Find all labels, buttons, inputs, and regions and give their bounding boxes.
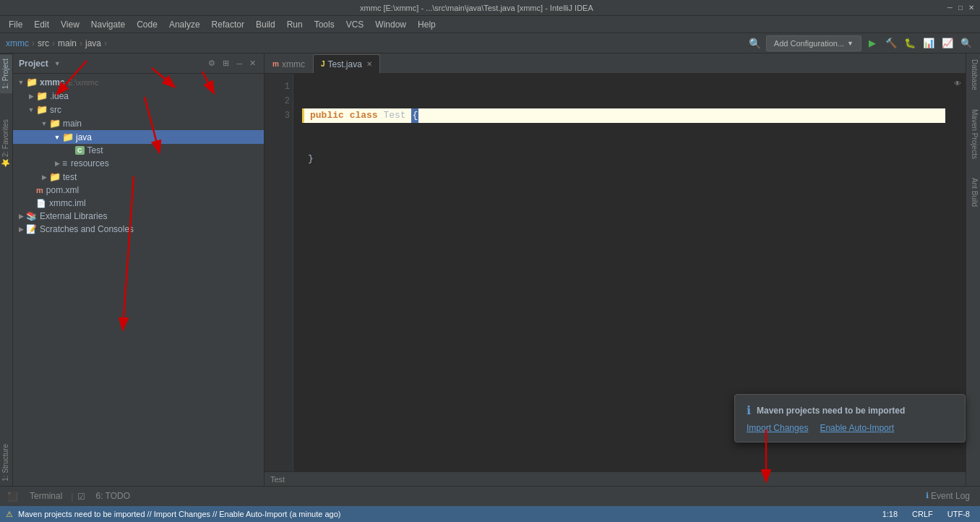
tab-terminal[interactable]: Terminal [22,487,69,507]
terminal-icon: ⬛ [3,492,22,502]
minimize-button[interactable]: ─ [947,4,953,12]
menu-bar: File Edit View Navigate Code Analyze Ref… [0,16,980,33]
database-tab[interactable]: Database [966,54,980,96]
menu-edit[interactable]: Edit [28,16,55,33]
status-text: Maven projects need to be imported // Im… [18,510,340,518]
project-panel: Project ▼ ⚙ ⊞ ─ ✕ ▼ 📁 xmmc E:\xmmc ▶ 📁 [13,54,265,486]
menu-vcs[interactable]: VCS [340,16,370,33]
event-log-label: Event Log [931,491,970,501]
encoding: UTF-8 [943,510,974,518]
tab-test-java[interactable]: J Test.java ✕ [313,54,380,73]
editor-tabs: m xmmc J Test.java ✕ [265,54,966,74]
maven-icon: m [36,186,43,194]
menu-build[interactable]: Build [250,16,281,33]
search-button[interactable]: 🔍 [958,35,974,51]
add-configuration-button[interactable]: Add Configuration... ▼ [766,35,861,51]
coverage-button[interactable]: 📊 [921,35,937,51]
main-content: 1: Project ⭐ 2: Favorites 1: Structure P… [0,54,980,486]
menu-file[interactable]: File [3,16,28,33]
menu-tools[interactable]: Tools [309,16,340,33]
popup-header: ℹ Maven projects need to be imported [747,403,953,417]
favorites-tab[interactable]: ⭐ 2: Favorites [0,115,12,172]
class-icon: C [75,146,85,155]
project-tab[interactable]: 1: Project [0,54,12,93]
close-button[interactable]: ✕ [968,4,974,12]
tree-item-java[interactable]: ▼ 📁 java [13,130,264,144]
project-close-icon[interactable]: ✕ [249,59,256,68]
folder-icon: 📁 [36,104,48,115]
eye-icon[interactable]: 👁 [954,80,966,87]
tab-xmmc[interactable]: m xmmc [265,54,313,73]
code-line-1: public class Test { [302,108,945,123]
bottom-tabs: ⬛ Terminal | ☑ 6: TODO ℹ Event Log [0,486,980,506]
folder-icon: 📁 [49,171,61,182]
menu-navigate[interactable]: Navigate [85,16,131,33]
menu-run[interactable]: Run [281,16,309,33]
tab-test-java-label: Test.java [327,59,361,69]
module-tab-icon: m [272,60,279,68]
popup-title: Maven projects need to be imported [757,406,905,416]
tree-item-idea[interactable]: ▶ 📁 .idea [13,89,264,103]
tree-item-main[interactable]: ▼ 📁 main [13,116,264,130]
todo-icon: ☑ [74,492,88,502]
tab-todo[interactable]: 6: TODO [88,487,137,507]
enable-auto-import-link[interactable]: Enable Auto-Import [820,423,894,433]
menu-analyze[interactable]: Analyze [163,16,206,33]
scratches-icon: 📝 [26,224,37,234]
project-expand-icon[interactable]: ⊞ [223,59,229,68]
menu-refactor[interactable]: Refactor [206,16,250,33]
folder-icon: 📁 [26,77,38,87]
right-sidebar: Database Maven Projects Ant Build [966,54,980,486]
tree-item-resources[interactable]: ▶ ≡ resources [13,157,264,170]
project-cog-icon[interactable]: ⚙ [208,59,215,68]
editor-footer: Test [265,471,966,486]
profile-button[interactable]: 📈 [940,35,955,51]
menu-window[interactable]: Window [369,16,412,33]
menu-code[interactable]: Code [131,16,163,33]
breadcrumb-java[interactable]: java [85,38,101,48]
code-line-3 [302,195,945,210]
maximize-button[interactable]: □ [958,4,963,12]
project-collapse-icon[interactable]: ─ [236,59,242,68]
status-right: 1:18 CRLF UTF-8 [878,510,974,518]
cursor-position: 1:18 [878,510,902,518]
resources-icon: ≡ [62,158,67,168]
editor-filename: Test [270,475,285,484]
popup-links: Import Changes Enable Auto-Import [747,423,953,433]
status-message: ⚠ Maven projects need to be imported // … [6,510,872,519]
window-controls: ─ □ ✕ [947,4,974,12]
code-line-2: } [302,152,945,166]
tree-item-test-dir[interactable]: ▶ 📁 test [13,170,264,184]
tree-item-xmmc[interactable]: ▼ 📁 xmmc E:\xmmc [13,75,264,89]
tree-item-xmmc-iml[interactable]: 📄 xmmc.iml [13,197,264,210]
tree-item-external-libs[interactable]: ▶ 📚 External Libraries [13,210,264,223]
tree-item-pom[interactable]: m pom.xml [13,184,264,197]
project-panel-title: Project [19,59,48,69]
title-bar: xmmc [E:\xmmc] - ...\src\main\java\Test.… [0,0,980,16]
debug-button[interactable]: 🐛 [902,35,918,51]
import-changes-link[interactable]: Import Changes [747,423,808,433]
tab-xmmc-label: xmmc [282,59,305,69]
event-log-tab[interactable]: ℹ Event Log [919,487,977,507]
breadcrumb-main[interactable]: main [58,38,77,48]
build-button[interactable]: 🔨 [883,35,899,51]
left-sidebar-tabs: 1: Project ⭐ 2: Favorites 1: Structure [0,54,13,486]
info-icon: ℹ [747,403,751,417]
tree-item-src[interactable]: ▼ 📁 src [13,103,264,116]
breadcrumb-xmmc[interactable]: xmmc [6,38,29,48]
structure-tab[interactable]: 1: Structure [0,440,12,486]
tab-close-button[interactable]: ✕ [366,60,372,68]
menu-view[interactable]: View [55,16,85,33]
project-dropdown-arrow[interactable]: ▼ [54,60,61,67]
java-folder-icon: 📁 [62,132,74,142]
toolbar-right: 🔍 Add Configuration... ▼ ▶ 🔨 🐛 📊 📈 🔍 [747,35,974,51]
maven-projects-tab[interactable]: Maven Projects [966,103,980,165]
tree-item-scratches[interactable]: ▶ 📝 Scratches and Consoles [13,223,264,236]
run-button[interactable]: ▶ [864,35,880,51]
search-everywhere-icon[interactable]: 🔍 [747,35,763,51]
tree-item-test-class[interactable]: C Test [13,144,264,157]
ant-build-tab[interactable]: Ant Build [966,172,980,213]
nav-bar: xmmc › src › main › java › 🔍 Add Configu… [0,33,980,54]
breadcrumb-src[interactable]: src [38,38,49,48]
menu-help[interactable]: Help [412,16,442,33]
